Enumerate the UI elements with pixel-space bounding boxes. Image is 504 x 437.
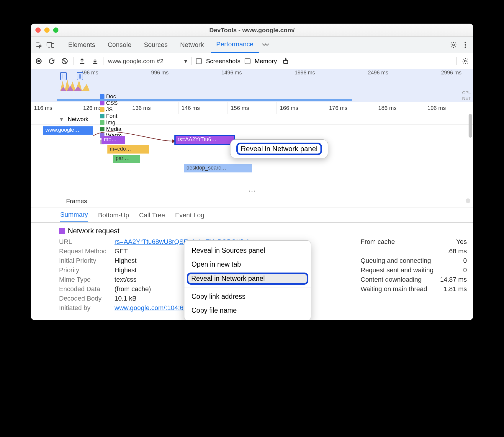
time-ruler: 116 ms126 ms 136 ms146 ms 156 ms166 ms 1…: [31, 102, 473, 114]
network-section-title: Network: [68, 116, 89, 123]
dtab-summary[interactable]: Summary: [60, 208, 88, 222]
timing-value: Yes: [456, 238, 467, 246]
network-bar[interactable]: www.google…: [43, 126, 93, 135]
legend-swatch: [100, 107, 104, 112]
capture-settings-icon[interactable]: [461, 57, 470, 66]
legend-item: JS: [100, 106, 122, 113]
network-bar[interactable]: m=…: [102, 136, 125, 144]
svg-point-3: [453, 44, 454, 46]
summary-label: Encoded Data: [59, 285, 109, 293]
screenshots-checkbox[interactable]: [196, 58, 202, 64]
scrollbar[interactable]: [469, 114, 472, 138]
legend-swatch: [100, 114, 104, 118]
track-label-net: NET: [462, 96, 472, 101]
network-bar[interactable]: rs=AA2YrTtu6…: [175, 136, 234, 144]
legend-swatch: [100, 120, 104, 125]
summary-link[interactable]: www.google.com/:104:63: [114, 304, 187, 312]
upload-icon[interactable]: [78, 57, 86, 66]
timeline-overview[interactable]: 496 ms996 ms 1496 ms1996 ms 2496 ms2996 …: [31, 69, 473, 102]
summary-value: (from cache): [114, 285, 151, 293]
context-menu-item[interactable]: Reveal in Network panel: [187, 273, 308, 285]
tab-sources[interactable]: Sources: [138, 37, 173, 53]
frames-track[interactable]: Frames: [31, 194, 473, 208]
device-toggle-icon[interactable]: [45, 40, 55, 50]
reload-button[interactable]: [47, 57, 56, 66]
context-menu-item[interactable]: Reveal in Sources panel: [184, 244, 311, 257]
tab-elements[interactable]: Elements: [63, 37, 101, 53]
tab-performance[interactable]: Performance: [211, 37, 259, 53]
screenshots-label: Screenshots: [206, 58, 240, 65]
network-bar[interactable]: pari…: [113, 155, 140, 163]
track-toggle-icon[interactable]: [466, 198, 470, 203]
summary-value: GET: [114, 247, 128, 255]
timing-value: .68 ms: [447, 247, 467, 255]
dtab-calltree[interactable]: Call Tree: [139, 208, 165, 222]
context-menu: Reveal in Sources panelOpen in new tabRe…: [184, 240, 311, 320]
garbage-collect-icon[interactable]: [281, 57, 290, 66]
summary-value: Highest: [114, 257, 137, 265]
inspect-icon[interactable]: [34, 40, 44, 50]
settings-icon[interactable]: [449, 40, 459, 50]
svg-point-6: [465, 46, 466, 48]
record-button[interactable]: [34, 57, 43, 66]
legend-label: Font: [106, 113, 117, 119]
summary-value: Highest: [114, 266, 137, 274]
legend-swatch: [100, 101, 104, 105]
timing-label: Queuing and connecting: [361, 257, 431, 265]
details-tabs: Summary Bottom-Up Call Tree Event Log: [31, 208, 473, 223]
recording-selector[interactable]: www.google.com #2 ▾: [108, 58, 187, 65]
recording-selector-value: www.google.com #2: [108, 58, 163, 65]
summary-label: Initiated by: [59, 304, 109, 312]
legend-label: Doc: [106, 93, 116, 100]
timing-row: Waiting on main thread1.81 ms: [361, 285, 467, 293]
tab-network[interactable]: Network: [175, 37, 209, 53]
legend-label: CSS: [106, 100, 118, 106]
tab-console[interactable]: Console: [102, 37, 137, 53]
summary-pane: Network request URLrs=AA2YrTtu68wU8rQSEu…: [31, 223, 473, 320]
dtab-bottomup[interactable]: Bottom-Up: [98, 208, 129, 222]
network-flamechart[interactable]: ▼ Network DocCSSJSFontImgMediaWasmOther …: [31, 114, 473, 189]
summary-label: URL: [59, 238, 109, 246]
timing-label: Waiting on main thread: [361, 285, 427, 293]
summary-title: Network request: [68, 227, 120, 235]
context-menu-item[interactable]: Copy file name: [184, 304, 311, 317]
download-icon[interactable]: [91, 57, 99, 66]
timing-row: .68 ms: [361, 247, 467, 255]
panel-tabs: Elements Console Sources Network Perform…: [31, 37, 473, 53]
timing-value: 14.87 ms: [440, 276, 467, 283]
legend-swatch: [100, 94, 104, 99]
timing-value: 1.81 ms: [444, 285, 467, 293]
timing-row: From cacheYes: [361, 238, 467, 246]
memory-checkbox[interactable]: [245, 58, 251, 64]
performance-toolbar: www.google.com #2 ▾ Screenshots Memory: [31, 53, 473, 69]
timing-row: Queuing and connecting0: [361, 257, 467, 265]
timing-label: Request sent and waiting: [361, 266, 433, 274]
reveal-tooltip-text: Reveal in Network panel: [236, 143, 322, 155]
clear-button[interactable]: [60, 57, 69, 66]
kebab-menu-icon[interactable]: [460, 40, 470, 50]
collapse-icon[interactable]: ▼: [59, 116, 64, 123]
network-bar[interactable]: desktop_searc…: [184, 164, 252, 172]
network-bar[interactable]: m=cdo…: [107, 145, 149, 154]
summary-label: Decoded Body: [59, 295, 109, 302]
legend-item: Doc: [100, 93, 122, 100]
legend-item: CSS: [100, 100, 122, 106]
svg-point-8: [464, 60, 466, 62]
timing-value: 0: [463, 266, 467, 274]
svg-point-4: [465, 42, 466, 43]
context-menu-item[interactable]: Copy link address: [184, 290, 311, 304]
more-tabs-icon[interactable]: [261, 40, 271, 50]
cpu-graph: [60, 78, 107, 91]
titlebar: DevTools - www.google.com/: [31, 24, 473, 37]
legend-item: Font: [100, 113, 122, 119]
dtab-eventlog[interactable]: Event Log: [175, 208, 204, 222]
summary-label: Initial Priority: [59, 257, 109, 265]
track-label-cpu: CPU: [462, 90, 472, 95]
summary-label: Mime Type: [59, 276, 109, 283]
overview-ticks: 496 ms996 ms 1496 ms1996 ms 2496 ms2996 …: [31, 70, 473, 76]
legend-label: JS: [106, 106, 113, 113]
context-menu-item[interactable]: Open in new tab: [184, 257, 311, 271]
resize-handle[interactable]: • • •: [31, 189, 473, 194]
summary-label: Request Method: [59, 247, 109, 255]
summary-value: 10.1 kB: [114, 295, 137, 302]
